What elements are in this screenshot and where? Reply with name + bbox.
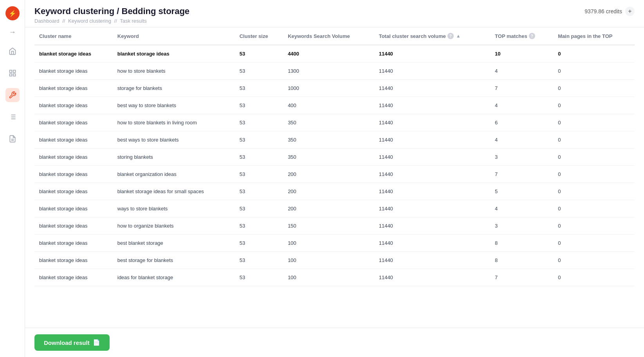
cell-main-pages: 0 (553, 97, 635, 114)
cell-cluster-name: blanket storage ideas (34, 183, 113, 200)
cell-top-matches: 10 (490, 45, 553, 63)
total-cluster-info-icon[interactable]: ? (447, 33, 454, 39)
table-row: blanket storage ideasways to store blank… (34, 200, 635, 217)
cell-cluster-size: 53 (235, 114, 283, 131)
table-row: blanket storage ideasbest storage for bl… (34, 252, 635, 269)
table-row: blanket storage ideasbest ways to store … (34, 131, 635, 149)
cell-total-cluster-search-volume: 11440 (374, 269, 490, 286)
cell-keyword: blanket storage ideas for small spaces (113, 183, 235, 200)
cell-keyword: how to store blankets in living room (113, 114, 235, 131)
cell-cluster-size: 53 (235, 183, 283, 200)
th-keyword: Keyword (113, 27, 235, 45)
cell-cluster-size: 53 (235, 97, 283, 114)
table-row: blanket storage ideasblanket storage ide… (34, 183, 635, 200)
table-row: blanket storage ideasbest blanket storag… (34, 235, 635, 252)
cell-keyword: best way to store blankets (113, 97, 235, 114)
cell-top-matches: 7 (490, 80, 553, 97)
cell-cluster-name: blanket storage ideas (34, 217, 113, 235)
cell-cluster-name: blanket storage ideas (34, 131, 113, 149)
download-bar: Download result 📄 (25, 328, 644, 357)
table-row: blanket storage ideasblanket organizatio… (34, 166, 635, 183)
cell-top-matches: 8 (490, 252, 553, 269)
cell-main-pages: 0 (553, 235, 635, 252)
cell-top-matches: 3 (490, 149, 553, 166)
svg-rect-0 (9, 70, 12, 73)
cell-keywords-search-volume: 200 (283, 166, 374, 183)
table-row: blanket storage ideashow to store blanke… (34, 63, 635, 80)
cell-keywords-search-volume: 4400 (283, 45, 374, 63)
expand-arrow[interactable]: → (9, 28, 16, 36)
cell-top-matches: 8 (490, 235, 553, 252)
cell-main-pages: 0 (553, 45, 635, 63)
cell-keywords-search-volume: 150 (283, 217, 374, 235)
cell-cluster-size: 53 (235, 217, 283, 235)
cell-keyword: best blanket storage (113, 235, 235, 252)
table-row: blanket storage ideasbest way to store b… (34, 97, 635, 114)
cell-top-matches: 4 (490, 63, 553, 80)
cell-cluster-name: blanket storage ideas (34, 166, 113, 183)
cell-main-pages: 0 (553, 131, 635, 149)
header: Keyword clustering / Bedding storage 937… (25, 0, 644, 27)
sidebar-item-grid[interactable] (5, 66, 20, 80)
cell-cluster-size: 53 (235, 235, 283, 252)
cell-main-pages: 0 (553, 269, 635, 286)
cell-keyword: best ways to store blankets (113, 131, 235, 149)
download-result-button[interactable]: Download result 📄 (34, 334, 110, 351)
cell-top-matches: 7 (490, 269, 553, 286)
svg-rect-2 (13, 74, 15, 76)
main-content: Keyword clustering / Bedding storage 937… (25, 0, 644, 357)
cell-keyword: best storage for blankets (113, 252, 235, 269)
page-title: Keyword clustering / Bedding storage (34, 6, 189, 16)
cell-cluster-name: blanket storage ideas (34, 80, 113, 97)
breadcrumb-task-results[interactable]: Task results (120, 18, 147, 24)
breadcrumb-dashboard[interactable]: Dashboard (34, 18, 60, 24)
table-row: blanket storage ideasblanket storage ide… (34, 45, 635, 63)
download-button-label: Download result (44, 339, 90, 346)
add-credits-button[interactable]: + (625, 7, 635, 16)
sidebar-item-home[interactable] (5, 44, 20, 58)
cell-top-matches: 4 (490, 200, 553, 217)
th-keywords-search-volume: Keywords Search Volume (283, 27, 374, 45)
cell-total-cluster-search-volume: 11440 (374, 217, 490, 235)
cell-cluster-size: 53 (235, 200, 283, 217)
table-row: blanket storage ideasideas for blanket s… (34, 269, 635, 286)
sort-total-cluster-icon[interactable]: ▲ (456, 33, 461, 39)
th-cluster-size: Cluster size (235, 27, 283, 45)
cell-cluster-size: 53 (235, 252, 283, 269)
cell-total-cluster-search-volume: 11440 (374, 166, 490, 183)
cell-cluster-size: 53 (235, 63, 283, 80)
cell-top-matches: 4 (490, 97, 553, 114)
cell-total-cluster-search-volume: 11440 (374, 114, 490, 131)
cell-cluster-name: blanket storage ideas (34, 149, 113, 166)
cell-cluster-name: blanket storage ideas (34, 97, 113, 114)
cell-cluster-name: blanket storage ideas (34, 200, 113, 217)
cell-keywords-search-volume: 1300 (283, 63, 374, 80)
cell-total-cluster-search-volume: 11440 (374, 80, 490, 97)
cell-main-pages: 0 (553, 149, 635, 166)
cell-keywords-search-volume: 400 (283, 97, 374, 114)
sidebar-item-list[interactable] (5, 110, 20, 124)
cell-cluster-name: blanket storage ideas (34, 252, 113, 269)
cell-top-matches: 6 (490, 114, 553, 131)
cell-keywords-search-volume: 350 (283, 131, 374, 149)
cell-cluster-size: 53 (235, 45, 283, 63)
top-matches-info-icon[interactable]: ? (529, 33, 535, 39)
sidebar-item-tools[interactable] (5, 88, 20, 102)
cell-total-cluster-search-volume: 11440 (374, 200, 490, 217)
credits-display: 9379.86 credits + (584, 7, 635, 16)
cell-keyword: how to organize blankets (113, 217, 235, 235)
table-row: blanket storage ideashow to store blanke… (34, 114, 635, 131)
cell-main-pages: 0 (553, 183, 635, 200)
cell-cluster-name: blanket storage ideas (34, 63, 113, 80)
cell-cluster-size: 53 (235, 269, 283, 286)
sidebar-item-doc[interactable] (5, 132, 20, 146)
breadcrumb-keyword-clustering[interactable]: Keyword clustering (68, 18, 111, 24)
credits-value: 9379.86 credits (584, 8, 622, 14)
cell-cluster-name: blanket storage ideas (34, 45, 113, 63)
cell-cluster-size: 53 (235, 80, 283, 97)
cell-keywords-search-volume: 100 (283, 235, 374, 252)
cell-total-cluster-search-volume: 11440 (374, 131, 490, 149)
cell-keywords-search-volume: 200 (283, 183, 374, 200)
th-total-cluster-search-volume: Total cluster search volume ? ▲ (374, 27, 490, 45)
cell-cluster-name: blanket storage ideas (34, 114, 113, 131)
